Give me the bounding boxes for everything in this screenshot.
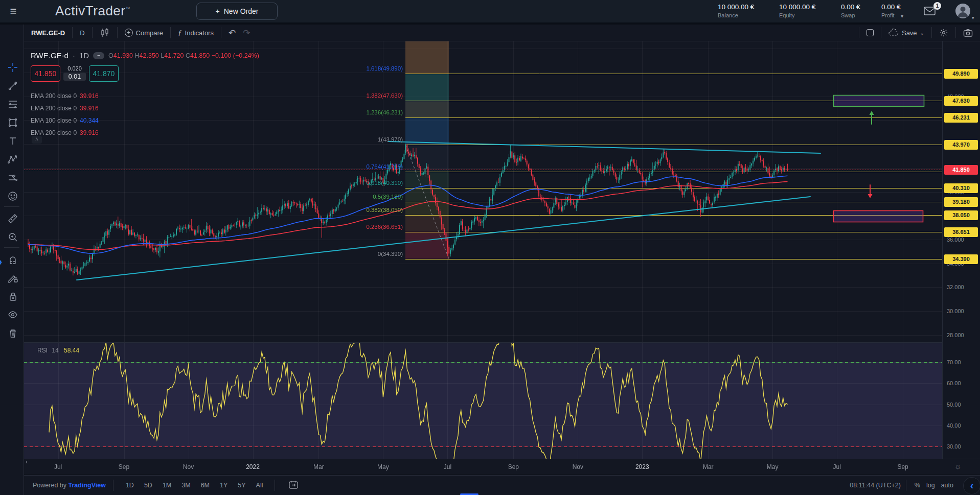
tradingview-link[interactable]: TradingView — [69, 482, 106, 489]
timeframe-button-5d[interactable]: 5D — [140, 480, 156, 491]
price-level-badge: 36.651 — [944, 227, 978, 237]
tool-fib-retracement-icon[interactable] — [5, 96, 21, 112]
save-button[interactable]: Save ⌄ — [881, 25, 931, 41]
open-label: O — [108, 52, 113, 59]
rsi-tick-label: 50.00 — [947, 402, 961, 408]
last-price-badge: 41.850 — [944, 165, 978, 175]
tool-shapes-icon[interactable] — [5, 114, 21, 131]
indicator-legend-row[interactable]: EMA 200 close 039.916 — [31, 105, 99, 112]
timeframe-button-6m[interactable]: 6M — [197, 480, 214, 491]
legend-symbol[interactable]: RWE.GE-d — [31, 51, 69, 60]
timeframe-button-1m[interactable]: 1M — [158, 480, 175, 491]
scale-buttons: %logauto — [911, 482, 956, 489]
tool-crosshair-icon[interactable] — [5, 59, 21, 76]
hamburger-menu-icon[interactable]: ≡ — [5, 6, 21, 17]
new-order-button[interactable]: +New Order — [196, 3, 278, 20]
compare-button[interactable]: +Compare — [118, 25, 170, 41]
layout-button[interactable] — [859, 25, 881, 41]
buy-button[interactable]: 41.870 — [89, 65, 119, 82]
fib-level-label: 1(43.970) — [378, 136, 403, 143]
tool-text-icon[interactable] — [5, 133, 21, 149]
rsi-length: 14 — [52, 347, 58, 354]
tool-xabcd-pattern-icon[interactable] — [5, 151, 21, 168]
rsi-tick-label: 30.00 — [947, 443, 961, 450]
toolbar-divider — [4, 247, 19, 248]
chart-plot-area[interactable] — [24, 41, 942, 459]
price-level-badge: 38.050 — [944, 210, 978, 220]
tool-emoji-icon[interactable] — [5, 188, 21, 204]
high-label: H — [135, 52, 140, 59]
stat-label: Balance — [718, 12, 754, 18]
tool-drawing-lock-icon[interactable] — [5, 270, 21, 286]
fib-level-label: 1.236(46.231) — [366, 109, 403, 115]
chevron-down-icon[interactable]: ▾ — [901, 13, 903, 19]
stat-value: 0.00 € — [881, 3, 901, 11]
timeframe-button-1d[interactable]: 1D — [122, 480, 138, 491]
indicator-title: EMA 100 close 0 — [31, 117, 77, 124]
tool-forecast-icon[interactable] — [5, 170, 21, 186]
undo-button[interactable]: ↶ — [221, 25, 243, 41]
fib-level-label: 0.236(36.651) — [366, 224, 403, 230]
tool-hide-all-icon[interactable] — [5, 307, 21, 323]
go-to-date-button[interactable] — [288, 480, 299, 491]
redo-button[interactable]: ↷ — [243, 25, 257, 41]
tool-zoom-in-icon[interactable] — [5, 229, 21, 245]
legend-interval: 1D — [79, 51, 89, 60]
indicator-legend-row[interactable]: EMA 200 close 039.916 — [31, 92, 99, 100]
scale-button-auto[interactable]: auto — [941, 482, 953, 489]
timeframe-button-5y[interactable]: 5Y — [234, 480, 249, 491]
time-axis[interactable]: ‹ ☼ JulSepNov2022MarMayJulSepNov2023MarM… — [24, 459, 980, 475]
screenshot-button[interactable] — [956, 25, 980, 41]
collapse-chevron-icon[interactable]: ‹ — [26, 458, 33, 466]
price-tick-label: 36.000 — [947, 237, 964, 243]
collapse-legend-button[interactable]: ˄ — [32, 136, 42, 144]
close-label: C — [186, 52, 190, 59]
powered-by-text: Powered by — [33, 482, 66, 489]
tool-ruler-icon[interactable] — [5, 210, 21, 227]
timeframe-button-1y[interactable]: 1Y — [216, 480, 232, 491]
open-value: 41.930 — [113, 52, 133, 59]
close-value: 41.850 — [190, 52, 210, 59]
clock[interactable]: 08:11:44 (UTC+2) — [850, 482, 900, 489]
theme-sun-icon[interactable]: ☼ — [954, 462, 962, 470]
divider — [113, 480, 113, 491]
price-axis[interactable]: 28.00030.00032.00034.00036.00038.00040.0… — [942, 41, 980, 459]
indicator-legend-row[interactable]: EMA 200 close 039.916 — [31, 129, 99, 136]
sell-button[interactable]: 41.850 — [31, 65, 60, 82]
chevron-down-icon[interactable]: ▾ — [972, 15, 974, 20]
interval-button[interactable]: D — [73, 25, 92, 41]
stat-value: 10 000.00 € — [718, 3, 754, 11]
indicators-button[interactable]: ƒIndicators — [171, 25, 221, 41]
bottom-toolbar: Powered by TradingView 1D5D1M3M6M1Y5YAll… — [24, 475, 980, 495]
collapse-panel-button[interactable]: ‹ — [963, 477, 980, 494]
timeframe-button-all[interactable]: All — [252, 480, 267, 491]
stat-label: Equity — [779, 12, 815, 18]
timeframe-button-3m[interactable]: 3M — [177, 480, 194, 491]
fib-level-label: 0.5(39.180) — [373, 194, 403, 200]
tool-magnet-icon[interactable] — [5, 251, 21, 268]
tool-remove-all-icon[interactable] — [5, 325, 21, 341]
indicator-legend-row[interactable]: EMA 100 close 040.344 — [31, 117, 99, 124]
price-tick-label: 32.000 — [947, 284, 964, 290]
app-logo: ActivTrader™ — [55, 3, 130, 19]
rsi-name: RSI — [37, 347, 48, 354]
expand-panel-chevron-icon[interactable]: › — [0, 255, 2, 269]
tool-trend-line-icon[interactable] — [5, 78, 21, 94]
rsi-tick-label: 60.00 — [947, 380, 961, 386]
scale-button-log[interactable]: log — [926, 482, 935, 489]
account-stat-balance: 10 000.00 €Balance — [718, 3, 754, 18]
symbol-button[interactable]: RWE.GE-D — [24, 25, 72, 41]
spread-display: 0.020 0.01 — [63, 65, 86, 81]
minimize-legend-button[interactable]: − — [93, 52, 104, 59]
month-label: Jul — [833, 463, 841, 470]
settings-button[interactable] — [932, 25, 955, 41]
tool-lock-all-icon[interactable] — [5, 288, 21, 304]
avatar[interactable] — [955, 4, 970, 18]
legend-separator: · — [73, 51, 75, 60]
chart-style-button[interactable] — [93, 25, 117, 41]
scale-button-%[interactable]: % — [915, 482, 920, 489]
rsi-tick-label: 40.00 — [947, 422, 961, 429]
month-label: 2022 — [246, 463, 260, 470]
toolbar-divider — [4, 206, 19, 207]
price-level-badge: 47.630 — [944, 96, 978, 106]
